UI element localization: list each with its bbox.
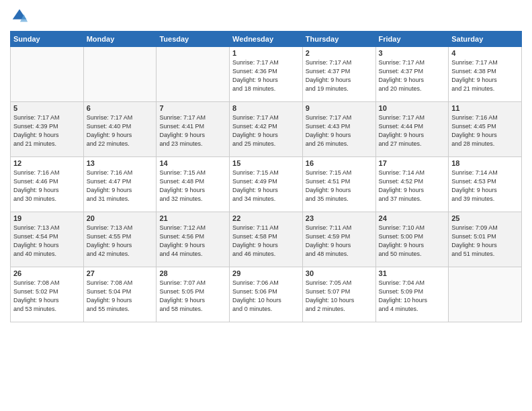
day-number: 2 xyxy=(306,49,373,57)
day-number: 7 xyxy=(159,104,226,112)
day-info: Sunrise: 7:05 AMSunset: 5:07 PMDaylight:… xyxy=(306,279,373,314)
day-number: 16 xyxy=(306,159,373,167)
day-number: 25 xyxy=(451,214,519,222)
header xyxy=(10,7,522,26)
calendar-cell: 2Sunrise: 7:17 AMSunset: 4:37 PMDaylight… xyxy=(302,47,375,102)
logo-icon xyxy=(10,7,29,26)
day-info: Sunrise: 7:16 AMSunset: 4:47 PMDaylight:… xyxy=(87,169,154,203)
day-info: Sunrise: 7:17 AMSunset: 4:36 PMDaylight:… xyxy=(232,58,300,93)
calendar-cell: 3Sunrise: 7:17 AMSunset: 4:37 PMDaylight… xyxy=(375,47,449,102)
calendar-cell: 6Sunrise: 7:17 AMSunset: 4:40 PMDaylight… xyxy=(83,102,157,157)
day-info: Sunrise: 7:06 AMSunset: 5:06 PMDaylight:… xyxy=(232,279,300,314)
calendar-cell: 24Sunrise: 7:10 AMSunset: 5:00 PMDayligh… xyxy=(375,212,449,267)
day-info: Sunrise: 7:15 AMSunset: 4:48 PMDaylight:… xyxy=(159,169,226,203)
week-row-4: 19Sunrise: 7:13 AMSunset: 4:54 PMDayligh… xyxy=(11,212,522,267)
day-info: Sunrise: 7:16 AMSunset: 4:46 PMDaylight:… xyxy=(13,169,81,203)
day-info: Sunrise: 7:16 AMSunset: 4:45 PMDaylight:… xyxy=(451,113,519,148)
calendar-cell xyxy=(449,267,522,322)
day-info: Sunrise: 7:08 AMSunset: 5:02 PMDaylight:… xyxy=(13,279,81,314)
day-info: Sunrise: 7:07 AMSunset: 5:05 PMDaylight:… xyxy=(159,279,226,314)
day-info: Sunrise: 7:14 AMSunset: 4:53 PMDaylight:… xyxy=(451,169,519,203)
day-number: 6 xyxy=(87,104,154,112)
day-number: 28 xyxy=(159,269,226,277)
day-info: Sunrise: 7:17 AMSunset: 4:40 PMDaylight:… xyxy=(87,113,154,148)
calendar-header: SundayMondayTuesdayWednesdayThursdayFrid… xyxy=(11,32,522,47)
day-header-saturday: Saturday xyxy=(449,32,522,47)
day-number: 3 xyxy=(379,49,446,57)
calendar-cell: 12Sunrise: 7:16 AMSunset: 4:46 PMDayligh… xyxy=(11,157,84,212)
day-number: 23 xyxy=(306,214,373,222)
day-number: 1 xyxy=(232,49,300,57)
day-number: 11 xyxy=(451,104,519,112)
day-number: 21 xyxy=(159,214,226,222)
day-header-thursday: Thursday xyxy=(302,32,375,47)
day-number: 15 xyxy=(232,159,300,167)
day-header-wednesday: Wednesday xyxy=(230,32,303,47)
week-row-3: 12Sunrise: 7:16 AMSunset: 4:46 PMDayligh… xyxy=(11,157,522,212)
calendar-cell: 17Sunrise: 7:14 AMSunset: 4:52 PMDayligh… xyxy=(375,157,449,212)
day-header-monday: Monday xyxy=(83,32,157,47)
day-number: 8 xyxy=(232,104,300,112)
calendar-cell: 13Sunrise: 7:16 AMSunset: 4:47 PMDayligh… xyxy=(83,157,157,212)
calendar-cell: 20Sunrise: 7:13 AMSunset: 4:55 PMDayligh… xyxy=(83,212,157,267)
day-number: 29 xyxy=(232,269,300,277)
day-number: 12 xyxy=(13,159,81,167)
calendar-cell: 22Sunrise: 7:11 AMSunset: 4:58 PMDayligh… xyxy=(230,212,303,267)
day-info: Sunrise: 7:11 AMSunset: 4:58 PMDaylight:… xyxy=(232,224,300,259)
day-info: Sunrise: 7:11 AMSunset: 4:59 PMDaylight:… xyxy=(306,224,373,259)
calendar-cell: 19Sunrise: 7:13 AMSunset: 4:54 PMDayligh… xyxy=(11,212,84,267)
day-number: 19 xyxy=(13,214,81,222)
calendar-cell xyxy=(157,47,230,102)
day-info: Sunrise: 7:13 AMSunset: 4:54 PMDaylight:… xyxy=(13,224,81,259)
day-info: Sunrise: 7:12 AMSunset: 4:56 PMDaylight:… xyxy=(159,224,226,259)
calendar-cell: 28Sunrise: 7:07 AMSunset: 5:05 PMDayligh… xyxy=(157,267,230,322)
calendar-cell: 4Sunrise: 7:17 AMSunset: 4:38 PMDaylight… xyxy=(449,47,522,102)
week-row-5: 26Sunrise: 7:08 AMSunset: 5:02 PMDayligh… xyxy=(11,267,522,322)
day-info: Sunrise: 7:17 AMSunset: 4:44 PMDaylight:… xyxy=(379,113,446,148)
calendar-cell: 29Sunrise: 7:06 AMSunset: 5:06 PMDayligh… xyxy=(230,267,303,322)
day-number: 26 xyxy=(13,269,81,277)
calendar-cell: 7Sunrise: 7:17 AMSunset: 4:41 PMDaylight… xyxy=(157,102,230,157)
day-number: 17 xyxy=(379,159,446,167)
calendar-cell: 30Sunrise: 7:05 AMSunset: 5:07 PMDayligh… xyxy=(302,267,375,322)
calendar-cell: 5Sunrise: 7:17 AMSunset: 4:39 PMDaylight… xyxy=(11,102,84,157)
day-info: Sunrise: 7:17 AMSunset: 4:37 PMDaylight:… xyxy=(379,58,446,93)
calendar-cell: 8Sunrise: 7:17 AMSunset: 4:42 PMDaylight… xyxy=(230,102,303,157)
day-number: 4 xyxy=(451,49,519,57)
calendar-cell: 26Sunrise: 7:08 AMSunset: 5:02 PMDayligh… xyxy=(11,267,84,322)
day-info: Sunrise: 7:17 AMSunset: 4:38 PMDaylight:… xyxy=(451,58,519,93)
day-number: 31 xyxy=(379,269,446,277)
day-number: 9 xyxy=(306,104,373,112)
day-number: 24 xyxy=(379,214,446,222)
calendar-cell: 15Sunrise: 7:15 AMSunset: 4:49 PMDayligh… xyxy=(230,157,303,212)
day-info: Sunrise: 7:17 AMSunset: 4:39 PMDaylight:… xyxy=(13,113,81,148)
day-header-tuesday: Tuesday xyxy=(157,32,230,47)
day-info: Sunrise: 7:15 AMSunset: 4:51 PMDaylight:… xyxy=(306,169,373,203)
calendar-cell: 27Sunrise: 7:08 AMSunset: 5:04 PMDayligh… xyxy=(83,267,157,322)
calendar-cell: 9Sunrise: 7:17 AMSunset: 4:43 PMDaylight… xyxy=(302,102,375,157)
calendar-cell: 23Sunrise: 7:11 AMSunset: 4:59 PMDayligh… xyxy=(302,212,375,267)
calendar-body: 1Sunrise: 7:17 AMSunset: 4:36 PMDaylight… xyxy=(11,47,522,322)
page: SundayMondayTuesdayWednesdayThursdayFrid… xyxy=(0,0,532,411)
calendar-cell: 14Sunrise: 7:15 AMSunset: 4:48 PMDayligh… xyxy=(157,157,230,212)
day-info: Sunrise: 7:15 AMSunset: 4:49 PMDaylight:… xyxy=(232,169,300,203)
day-number: 27 xyxy=(87,269,154,277)
day-info: Sunrise: 7:17 AMSunset: 4:43 PMDaylight:… xyxy=(306,113,373,148)
calendar-cell xyxy=(11,47,84,102)
calendar-cell xyxy=(83,47,157,102)
calendar-cell: 18Sunrise: 7:14 AMSunset: 4:53 PMDayligh… xyxy=(449,157,522,212)
day-info: Sunrise: 7:17 AMSunset: 4:37 PMDaylight:… xyxy=(306,58,373,93)
day-info: Sunrise: 7:09 AMSunset: 5:01 PMDaylight:… xyxy=(451,224,519,259)
day-info: Sunrise: 7:13 AMSunset: 4:55 PMDaylight:… xyxy=(87,224,154,259)
calendar-cell: 16Sunrise: 7:15 AMSunset: 4:51 PMDayligh… xyxy=(302,157,375,212)
week-row-1: 1Sunrise: 7:17 AMSunset: 4:36 PMDaylight… xyxy=(11,47,522,102)
calendar-cell: 21Sunrise: 7:12 AMSunset: 4:56 PMDayligh… xyxy=(157,212,230,267)
day-number: 22 xyxy=(232,214,300,222)
calendar: SundayMondayTuesdayWednesdayThursdayFrid… xyxy=(10,31,522,322)
day-number: 5 xyxy=(13,104,81,112)
day-number: 10 xyxy=(379,104,446,112)
day-number: 14 xyxy=(159,159,226,167)
calendar-cell: 31Sunrise: 7:04 AMSunset: 5:09 PMDayligh… xyxy=(375,267,449,322)
day-header-friday: Friday xyxy=(375,32,449,47)
day-info: Sunrise: 7:14 AMSunset: 4:52 PMDaylight:… xyxy=(379,169,446,203)
